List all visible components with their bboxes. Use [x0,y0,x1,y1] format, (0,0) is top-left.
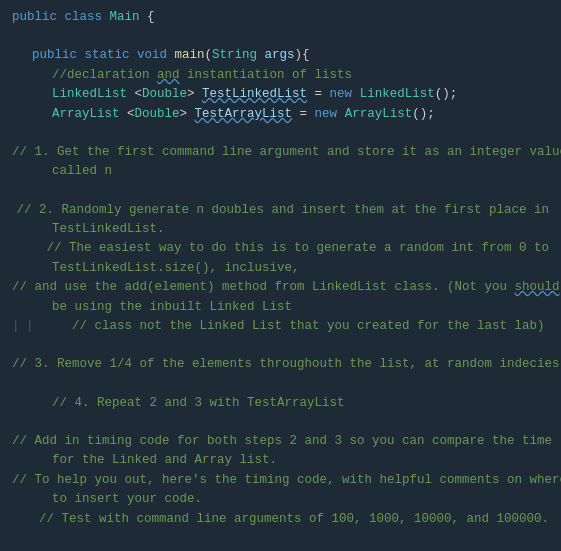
code-line: ||// class not the Linked List that you … [0,317,561,336]
code-line: // 3. Remove 1/4 of the elements through… [0,355,561,374]
code-line: // Add in timing code for both steps 2 a… [0,432,561,451]
code-line [0,27,561,46]
code-line [0,375,561,394]
code-line: // To help you out, here's the timing co… [0,471,561,490]
comment: // Add in timing code for both steps 2 a… [12,432,552,451]
code-line: TestLinkedList. [0,220,561,239]
code-line: to insert your code. [0,490,561,509]
keyword: class [65,8,110,27]
code-line [0,124,561,143]
comment: // 1. Get the first command line argumen… [12,143,561,162]
comment: // class not the Linked List that you cr… [72,317,545,336]
code-line: be using the inbuilt Linked List [0,298,561,317]
code-line: // The easiest way to do this is to gene… [0,239,561,258]
code-line: // Test with command line arguments of 1… [0,510,561,529]
code-line [0,182,561,201]
keyword: static [85,46,138,65]
comment: to insert your code. [52,490,202,509]
comment: // 4. Repeat 2 and 3 with TestArrayList [52,394,345,413]
function-name: main [175,46,205,65]
code-line: public static void main(String args){ [0,46,561,65]
comment: // and use the add(element) method from … [12,278,560,297]
code-line [0,413,561,432]
comment: for the Linked and Array list. [52,451,277,470]
code-line: // and use the add(element) method from … [0,278,561,297]
keyword: public [12,8,65,27]
code-line: LinkedList <Double> TestLinkedList = new… [0,85,561,104]
punct: { [147,8,155,27]
comment: // The easiest way to do this is to gene… [46,239,549,258]
code-line [0,336,561,355]
keyword: void [137,46,175,65]
comment: TestLinkedList.size(), inclusive, [52,259,300,278]
code-editor: public class Main { public static void m… [0,0,561,551]
code-line: public class Main { [0,8,561,27]
comment: called n [52,162,112,181]
comment: TestLinkedList. [52,220,165,239]
code-line: ArrayList <Double> TestArrayList = new A… [0,105,561,124]
code-line [0,529,561,548]
code-line: // 1. Get the first command line argumen… [0,143,561,162]
comment: // 3. Remove 1/4 of the elements through… [12,355,561,374]
code-line: TestLinkedList.size(), inclusive, [0,259,561,278]
code-line: //declaration and instantiation of lists [0,66,561,85]
comment: // To help you out, here's the timing co… [12,471,561,490]
comment: // Test with command line arguments of 1… [39,510,549,529]
code-line: // 2. Randomly generate n doubles and in… [0,201,561,220]
keyword: public [32,46,85,65]
comment: //declaration and instantiation of lists [52,66,352,85]
comment: be using the inbuilt Linked List [52,298,292,317]
code-line: // 4. Repeat 2 and 3 with TestArrayList [0,394,561,413]
code-line: called n [0,162,561,181]
code-line: for the Linked and Array list. [0,451,561,470]
comment: // 2. Randomly generate n doubles and in… [16,201,549,220]
classname: Main [110,8,148,27]
